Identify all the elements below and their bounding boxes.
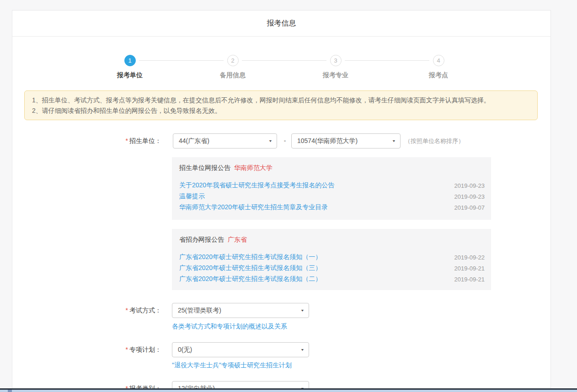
notice-row: 关于2020年我省硕士研究生报考点接受考生报名的公告 2019-09-23 [179,180,485,191]
required-asterisk: * [126,137,128,144]
taskbar-sliver-fragment [8,390,12,392]
step-3-label: 报考专业 [301,71,370,79]
step-4-circle: 4 [433,55,444,66]
required-asterisk: * [126,346,128,353]
exam-method-label: *考试方式： [12,303,161,318]
notice-row: 广东省2020年硕士研究生招生考试报名须知（二） 2019-09-21 [179,274,485,285]
exam-method-select-value: 25(管理类联考) [178,307,221,315]
page-title: 报考信息 [267,19,296,28]
unit-notice-panel: 招生单位网报公告华南师范大学 关于2020年我省硕士研究生报考点接受考生报名的公… [172,157,491,220]
province-select-value: 44(广东省) [179,137,209,145]
notice-row: 广东省2020年硕士研究生招生考试报名须知（一） 2019-09-22 [179,252,485,263]
step-3-circle: 3 [330,55,342,66]
unit-sort-hint: （按照单位名称排序） [405,133,464,148]
exam-method-label-text: 考试方式： [129,307,161,314]
application-info-card: 报考信息 1 报考单位 2 备用信息 3 报考专业 4 报考点 1、招生单位、考… [12,10,551,392]
step-2-circle: 2 [227,55,239,66]
notice-date: 2019-09-07 [454,204,485,211]
province-notice-header: 省招办网报公告广东省 [179,236,485,245]
notice-date: 2019-09-21 [454,276,485,283]
unit-field-label: *招生单位： [12,133,161,148]
unit-separator: - [279,133,290,148]
step-item-2: 2 备用信息 [198,55,267,79]
exam-method-help-link[interactable]: 各类考试方式和专项计划的概述以及关系 [172,323,287,329]
step-item-4: 4 报考点 [404,55,473,79]
notice-link[interactable]: 温馨提示 [179,192,205,201]
step-2-label: 备用信息 [198,71,267,79]
caret-down-icon: ▼ [392,139,396,143]
notice-row: 华南师范大学2020年硕士研究生招生简章及专业目录 2019-09-07 [179,202,485,213]
notice-link[interactable]: 广东省2020年硕士研究生招生考试报名须知（一） [179,253,321,261]
school-select[interactable]: 10574(华南师范大学) ▼ [291,133,401,148]
notice-link[interactable]: 广东省2020年硕士研究生招生考试报名须知（三） [179,264,321,272]
notice-line-2: 2、请仔细阅读省招办和招生单位的网报公告，以免导致报名无效。 [32,106,530,116]
province-notice-highlight: 广东省 [228,236,247,243]
school-select-value: 10574(华南师范大学) [297,137,358,145]
step-4-label: 报考点 [404,71,473,79]
step-item-3: 3 报考专业 [301,55,370,79]
notice-link[interactable]: 广东省2020年硕士研究生招生考试报名须知（二） [179,275,321,283]
notice-line-1: 1、招生单位、考试方式、报考点等为报考关键信息，在提交信息后不允许修改，网报时间… [32,95,530,106]
notice-box: 1、招生单位、考试方式、报考点等为报考关键信息，在提交信息后不允许修改，网报时间… [24,90,538,120]
province-notice-panel: 省招办网报公告广东省 广东省2020年硕士研究生招生考试报名须知（一） 2019… [172,229,491,290]
province-notice-list: 广东省2020年硕士研究生招生考试报名须知（一） 2019-09-22 广东省2… [179,252,485,285]
notice-link[interactable]: 华南师范大学2020年硕士研究生招生简章及专业目录 [179,203,328,212]
special-plan-select[interactable]: 0(无) ▼ [172,342,309,357]
exam-method-select[interactable]: 25(管理类联考) ▼ [172,303,309,318]
unit-label-text: 招生单位： [129,137,161,144]
notice-row: 广东省2020年硕士研究生招生考试报名须知（三） 2019-09-21 [179,263,485,274]
notice-date: 2019-09-23 [454,193,485,200]
special-plan-help-link[interactable]: "退役大学生士兵"专项硕士研究生招生计划 [172,362,292,368]
notice-date: 2019-09-21 [454,265,485,272]
caret-down-icon: ▼ [300,309,305,313]
step-indicator: 1 报考单位 2 备用信息 3 报考专业 4 报考点 [12,50,550,87]
step-1-circle: 1 [124,55,136,66]
unit-notice-list: 关于2020年我省硕士研究生报考点接受考生报名的公告 2019-09-23 温馨… [179,180,485,213]
unit-notice-header: 招生单位网报公告华南师范大学 [179,164,485,173]
caret-down-icon: ▼ [268,139,272,143]
province-select[interactable]: 44(广东省) ▼ [173,133,277,148]
taskbar-sliver [0,390,577,392]
step-item-1: 1 报考单位 [96,55,164,79]
special-plan-label: *专项计划： [12,342,161,357]
unit-notice-highlight: 华南师范大学 [234,164,272,171]
special-plan-label-text: 专项计划： [129,346,161,353]
province-notice-title: 省招办网报公告 [179,236,224,243]
unit-notice-title: 招生单位网报公告 [179,164,230,171]
required-asterisk: * [126,307,128,314]
notice-date: 2019-09-22 [454,254,485,261]
notice-date: 2019-09-23 [454,182,485,189]
special-plan-select-value: 0(无) [178,346,192,354]
page: { "page": { "title": "报考信息" }, "colors":… [0,0,577,392]
caret-down-icon: ▼ [300,348,305,352]
step-1-label: 报考单位 [96,71,164,79]
notice-row: 温馨提示 2019-09-23 [179,191,485,202]
notice-link[interactable]: 关于2020年我省硕士研究生报考点接受考生报名的公告 [179,181,334,190]
card-header: 报考信息 [12,11,550,37]
